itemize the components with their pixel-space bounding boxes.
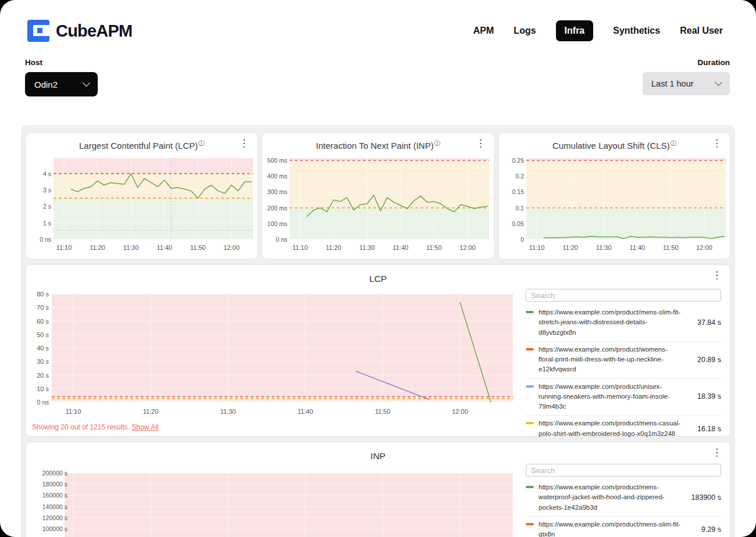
url-list-item[interactable]: https://www.example.com/product/womens-f… <box>526 342 721 379</box>
duration-select-value: Last 1 hour <box>651 79 694 88</box>
series-color-dash <box>526 311 534 313</box>
cls-mini-svg: 11:1011:2011:3011:4011:5012:0000.050.10.… <box>501 152 728 256</box>
svg-text:140000 s: 140000 s <box>42 503 67 510</box>
url-label: https://www.example.com/product/mens-wat… <box>539 482 682 513</box>
svg-text:11:20: 11:20 <box>143 408 159 415</box>
svg-text:100 ms: 100 ms <box>268 220 287 227</box>
svg-text:12:00: 12:00 <box>452 408 468 415</box>
svg-text:1 s: 1 s <box>43 220 51 227</box>
inp-detail-panel: INP ⋮ 100000 s120000 s140000 s160000 s18… <box>26 442 730 537</box>
url-list-item[interactable]: https://www.example.com/product/mens-cas… <box>526 416 721 443</box>
svg-text:80 s: 80 s <box>37 291 49 298</box>
url-list-item[interactable]: https://www.example.com/product/mens-wat… <box>526 479 721 517</box>
nav-tab-apm[interactable]: APM <box>473 20 494 41</box>
svg-text:200 ms: 200 ms <box>268 205 287 212</box>
svg-text:300 ms: 300 ms <box>268 188 287 195</box>
svg-text:11:40: 11:40 <box>629 244 645 251</box>
svg-text:12:00: 12:00 <box>460 244 476 251</box>
search-input[interactable] <box>526 464 721 477</box>
host-select[interactable]: Odin2 <box>25 72 98 96</box>
url-list-item[interactable]: https://www.example.com/product/mens-sli… <box>526 305 721 342</box>
svg-text:0 ns: 0 ns <box>37 399 49 406</box>
svg-text:11:50: 11:50 <box>427 244 443 251</box>
duration-select[interactable]: Last 1 hour <box>643 72 730 95</box>
lcp-detail-panel: LCP ⋮ 11:1011:2011:3011:4011:5012:000 ns… <box>26 264 730 436</box>
logo-inner-square <box>37 28 42 33</box>
search-input[interactable] <box>526 289 721 302</box>
lcp-mini-chart[interactable]: 11:1011:2011:3011:4011:5012:000 ns1 s2 s… <box>26 152 257 256</box>
chevron-down-icon <box>83 79 90 87</box>
url-label: https://www.example.com/product/mens-sli… <box>539 307 682 338</box>
svg-text:0.15: 0.15 <box>512 188 524 195</box>
svg-text:2 s: 2 s <box>43 203 51 210</box>
results-footnote: Showing 20 out of 1215 results. Show All <box>32 423 159 431</box>
metric-value: 16.18 s <box>686 425 721 433</box>
svg-text:11:20: 11:20 <box>562 244 578 251</box>
svg-text:0.1: 0.1 <box>515 205 524 212</box>
inp-detail-chart[interactable]: 100000 s120000 s140000 s160000 s180000 s… <box>31 468 526 537</box>
info-icon[interactable]: ⓘ <box>671 140 676 146</box>
svg-text:11:20: 11:20 <box>326 244 342 251</box>
dashboard: Largest Contentful Paint (LCP)ⓘ ⋮ 11:101… <box>21 125 735 537</box>
inp-mini-chart[interactable]: 11:1011:2011:3011:4011:5012:000 ns100 ms… <box>262 152 493 256</box>
host-group: Host Odin2 <box>25 58 98 96</box>
host-select-value: Odin2 <box>34 80 58 90</box>
svg-text:11:50: 11:50 <box>190 244 206 251</box>
cls-mini-chart[interactable]: 11:1011:2011:3011:4011:5012:0000.050.10.… <box>499 152 730 256</box>
inp-url-list: https://www.example.com/product/mens-wat… <box>526 464 721 537</box>
svg-text:4 s: 4 s <box>43 170 51 177</box>
nav-tab-real-user[interactable]: Real User <box>680 20 723 41</box>
brand: CubeAPM <box>27 20 132 42</box>
inp-mini-card: Interaction To Next Paint (INP)ⓘ ⋮ 11:10… <box>262 133 494 259</box>
show-all-link[interactable]: Show All <box>131 423 158 431</box>
url-list-item[interactable]: https://www.example.com/product/mens-sli… <box>526 517 721 537</box>
kebab-menu-icon[interactable]: ⋮ <box>709 137 724 149</box>
lcp-detail-svg: 11:1011:2011:3011:4011:5012:000 ns10 s20… <box>31 288 526 422</box>
kebab-menu-icon[interactable]: ⋮ <box>709 446 724 459</box>
svg-text:0: 0 <box>520 236 524 243</box>
info-icon[interactable]: ⓘ <box>434 140 440 146</box>
kebab-menu-icon[interactable]: ⋮ <box>709 269 724 281</box>
lcp-mini-svg: 11:1011:2011:3011:4011:5012:000 ns1 s2 s… <box>28 152 255 256</box>
metric-value: 37.84 s <box>686 318 721 327</box>
lcp-detail-chart[interactable]: 11:1011:2011:3011:4011:5012:000 ns10 s20… <box>31 288 526 424</box>
host-label: Host <box>25 58 98 67</box>
chart-title: Largest Contentful Paint (LCP)ⓘ <box>26 139 257 151</box>
svg-text:11:10: 11:10 <box>293 244 308 251</box>
info-icon[interactable]: ⓘ <box>198 140 204 146</box>
svg-text:11:30: 11:30 <box>123 244 139 251</box>
series-color-dash <box>526 523 534 525</box>
svg-text:12:00: 12:00 <box>696 244 712 251</box>
lcp-mini-card: Largest Contentful Paint (LCP)ⓘ ⋮ 11:101… <box>26 133 258 259</box>
svg-text:0.25: 0.25 <box>512 157 524 164</box>
svg-text:11:10: 11:10 <box>529 244 544 251</box>
kebab-menu-icon[interactable]: ⋮ <box>237 137 251 149</box>
series-color-dash <box>526 385 534 388</box>
series-color-dash <box>526 486 534 488</box>
url-label: https://www.example.com/product/mens-cas… <box>539 418 682 439</box>
svg-text:10 s: 10 s <box>37 385 49 392</box>
cubeapm-logo-icon[interactable] <box>27 20 49 42</box>
nav-tab-logs[interactable]: Logs <box>513 20 536 41</box>
inp-mini-svg: 11:1011:2011:3011:4011:5012:000 ns100 ms… <box>264 152 491 256</box>
svg-text:60 s: 60 s <box>37 318 49 325</box>
duration-group: Duration Last 1 hour <box>643 58 730 95</box>
svg-text:12:00: 12:00 <box>223 244 240 251</box>
app-header: CubeAPM APMLogsInfraSyntheticsReal User <box>0 0 756 42</box>
web-vitals-row: Largest Contentful Paint (LCP)ⓘ ⋮ 11:101… <box>26 133 730 259</box>
svg-text:0.2: 0.2 <box>515 173 524 180</box>
inp-detail-svg: 100000 s120000 s140000 s160000 s180000 s… <box>31 468 526 537</box>
url-label: https://www.example.com/product/mens-sli… <box>539 520 682 537</box>
svg-text:200000 s: 200000 s <box>42 470 67 477</box>
svg-text:0 ns: 0 ns <box>276 236 288 243</box>
url-list-item[interactable]: https://www.example.com/product/unisex-r… <box>526 379 721 416</box>
nav-tab-synthetics[interactable]: Synthetics <box>613 20 660 41</box>
svg-text:11:40: 11:40 <box>298 408 313 415</box>
svg-text:0.05: 0.05 <box>512 220 524 227</box>
kebab-menu-icon[interactable]: ⋮ <box>473 137 488 149</box>
duration-label: Duration <box>643 58 730 67</box>
url-label: https://www.example.com/product/unisex-r… <box>539 382 682 412</box>
svg-text:11:40: 11:40 <box>393 244 409 251</box>
filter-controls: Host Odin2 Duration Last 1 hour <box>0 58 756 96</box>
nav-tab-infra[interactable]: Infra <box>556 20 594 41</box>
